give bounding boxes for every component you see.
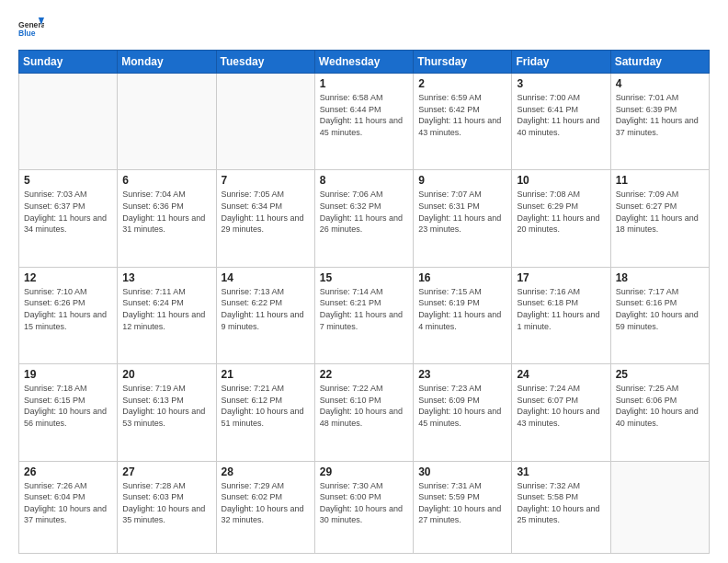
calendar-day-cell: 7 Sunrise: 7:05 AMSunset: 6:34 PMDayligh… [216,170,314,267]
day-number: 3 [517,77,605,90]
day-number: 1 [320,77,408,90]
day-info: Sunrise: 7:22 AMSunset: 6:10 PMDaylight:… [320,384,403,428]
day-info: Sunrise: 7:32 AMSunset: 5:58 PMDaylight:… [517,481,599,525]
day-number: 12 [24,271,112,284]
day-number: 8 [320,174,408,187]
weekday-header: Saturday [610,51,709,74]
calendar-day-cell: 26 Sunrise: 7:26 AMSunset: 6:04 PMDaylig… [19,461,118,553]
svg-text:Blue: Blue [18,29,36,38]
calendar-day-cell [19,74,118,170]
calendar-day-cell: 24 Sunrise: 7:24 AMSunset: 6:07 PMDaylig… [512,364,610,461]
calendar-day-cell: 14 Sunrise: 7:13 AMSunset: 6:22 PMDaylig… [216,267,314,363]
weekday-header: Sunday [19,51,118,74]
calendar-day-cell: 11 Sunrise: 7:09 AMSunset: 6:27 PMDaylig… [610,170,709,267]
calendar-day-cell: 8 Sunrise: 7:06 AMSunset: 6:32 PMDayligh… [314,170,413,267]
day-info: Sunrise: 7:11 AMSunset: 6:24 PMDaylight:… [122,287,205,331]
calendar-day-cell: 19 Sunrise: 7:18 AMSunset: 6:15 PMDaylig… [19,364,118,461]
day-number: 10 [517,174,605,187]
day-info: Sunrise: 7:17 AMSunset: 6:16 PMDaylight:… [616,287,699,331]
calendar-week-row: 19 Sunrise: 7:18 AMSunset: 6:15 PMDaylig… [19,364,710,461]
day-info: Sunrise: 7:00 AMSunset: 6:41 PMDaylight:… [517,93,599,137]
day-info: Sunrise: 7:28 AMSunset: 6:03 PMDaylight:… [122,481,205,525]
logo: General Blue [18,15,48,40]
day-number: 14 [222,271,310,284]
calendar-day-cell: 23 Sunrise: 7:23 AMSunset: 6:09 PMDaylig… [414,364,512,461]
calendar-day-cell: 6 Sunrise: 7:04 AMSunset: 6:36 PMDayligh… [118,170,216,267]
calendar-week-row: 26 Sunrise: 7:26 AMSunset: 6:04 PMDaylig… [19,461,710,553]
calendar-day-cell: 9 Sunrise: 7:07 AMSunset: 6:31 PMDayligh… [414,170,512,267]
calendar-week-row: 5 Sunrise: 7:03 AMSunset: 6:37 PMDayligh… [19,170,710,267]
calendar-day-cell: 20 Sunrise: 7:19 AMSunset: 6:13 PMDaylig… [118,364,216,461]
day-number: 27 [122,465,210,478]
weekday-header: Friday [512,51,610,74]
day-info: Sunrise: 7:09 AMSunset: 6:27 PMDaylight:… [616,190,699,234]
day-number: 4 [616,77,704,90]
day-info: Sunrise: 7:15 AMSunset: 6:19 PMDaylight:… [418,287,501,331]
day-info: Sunrise: 7:01 AMSunset: 6:39 PMDaylight:… [616,93,699,137]
weekday-header-row: SundayMondayTuesdayWednesdayThursdayFrid… [19,51,710,74]
day-info: Sunrise: 7:21 AMSunset: 6:12 PMDaylight:… [222,384,304,428]
day-number: 16 [418,271,506,284]
calendar-day-cell: 16 Sunrise: 7:15 AMSunset: 6:19 PMDaylig… [414,267,512,363]
day-number: 22 [320,368,408,381]
day-number: 7 [222,174,310,187]
calendar-day-cell: 2 Sunrise: 6:59 AMSunset: 6:42 PMDayligh… [414,74,512,170]
day-number: 19 [24,368,112,381]
day-info: Sunrise: 7:05 AMSunset: 6:34 PMDaylight:… [222,190,304,234]
calendar-day-cell: 17 Sunrise: 7:16 AMSunset: 6:18 PMDaylig… [512,267,610,363]
day-info: Sunrise: 7:31 AMSunset: 5:59 PMDaylight:… [418,481,501,525]
day-number: 25 [616,368,704,381]
day-info: Sunrise: 7:14 AMSunset: 6:21 PMDaylight:… [320,287,403,331]
calendar-week-row: 12 Sunrise: 7:10 AMSunset: 6:26 PMDaylig… [19,267,710,363]
day-number: 26 [24,465,112,478]
day-number: 2 [418,77,506,90]
day-info: Sunrise: 7:10 AMSunset: 6:26 PMDaylight:… [24,287,107,331]
day-info: Sunrise: 7:26 AMSunset: 6:04 PMDaylight:… [24,481,107,525]
day-info: Sunrise: 7:29 AMSunset: 6:02 PMDaylight:… [222,481,304,525]
day-number: 17 [517,271,605,284]
day-info: Sunrise: 7:03 AMSunset: 6:37 PMDaylight:… [24,190,107,234]
calendar-day-cell: 28 Sunrise: 7:29 AMSunset: 6:02 PMDaylig… [216,461,314,553]
calendar-day-cell: 30 Sunrise: 7:31 AMSunset: 5:59 PMDaylig… [414,461,512,553]
day-info: Sunrise: 7:04 AMSunset: 6:36 PMDaylight:… [122,190,205,234]
calendar-day-cell: 15 Sunrise: 7:14 AMSunset: 6:21 PMDaylig… [314,267,413,363]
day-number: 31 [517,465,605,478]
calendar-day-cell: 10 Sunrise: 7:08 AMSunset: 6:29 PMDaylig… [512,170,610,267]
page-header: General Blue [18,15,710,40]
day-number: 28 [222,465,310,478]
calendar-day-cell: 25 Sunrise: 7:25 AMSunset: 6:06 PMDaylig… [610,364,709,461]
calendar-day-cell: 5 Sunrise: 7:03 AMSunset: 6:37 PMDayligh… [19,170,118,267]
day-info: Sunrise: 7:16 AMSunset: 6:18 PMDaylight:… [517,287,599,331]
calendar-page: General Blue SundayMondayTuesdayWednesda… [0,0,728,563]
day-info: Sunrise: 7:06 AMSunset: 6:32 PMDaylight:… [320,190,403,234]
weekday-header: Monday [118,51,216,74]
calendar-week-row: 1 Sunrise: 6:58 AMSunset: 6:44 PMDayligh… [19,74,710,170]
calendar-day-cell: 21 Sunrise: 7:21 AMSunset: 6:12 PMDaylig… [216,364,314,461]
weekday-header: Thursday [414,51,512,74]
day-info: Sunrise: 7:30 AMSunset: 6:00 PMDaylight:… [320,481,403,525]
day-info: Sunrise: 6:59 AMSunset: 6:42 PMDaylight:… [418,93,501,137]
calendar-day-cell: 29 Sunrise: 7:30 AMSunset: 6:00 PMDaylig… [314,461,413,553]
logo-icon: General Blue [18,15,44,40]
calendar-day-cell [610,461,709,553]
calendar-day-cell: 27 Sunrise: 7:28 AMSunset: 6:03 PMDaylig… [118,461,216,553]
day-info: Sunrise: 7:07 AMSunset: 6:31 PMDaylight:… [418,190,501,234]
calendar-day-cell [216,74,314,170]
calendar-day-cell [118,74,216,170]
day-number: 15 [320,271,408,284]
day-number: 23 [418,368,506,381]
weekday-header: Tuesday [216,51,314,74]
calendar-day-cell: 31 Sunrise: 7:32 AMSunset: 5:58 PMDaylig… [512,461,610,553]
day-info: Sunrise: 7:25 AMSunset: 6:06 PMDaylight:… [616,384,699,428]
day-number: 5 [24,174,112,187]
calendar-day-cell: 18 Sunrise: 7:17 AMSunset: 6:16 PMDaylig… [610,267,709,363]
day-number: 24 [517,368,605,381]
day-number: 29 [320,465,408,478]
calendar-day-cell: 13 Sunrise: 7:11 AMSunset: 6:24 PMDaylig… [118,267,216,363]
day-number: 11 [616,174,704,187]
day-info: Sunrise: 7:19 AMSunset: 6:13 PMDaylight:… [122,384,205,428]
day-number: 6 [122,174,210,187]
calendar-table: SundayMondayTuesdayWednesdayThursdayFrid… [18,50,710,554]
calendar-day-cell: 1 Sunrise: 6:58 AMSunset: 6:44 PMDayligh… [314,74,413,170]
calendar-day-cell: 3 Sunrise: 7:00 AMSunset: 6:41 PMDayligh… [512,74,610,170]
